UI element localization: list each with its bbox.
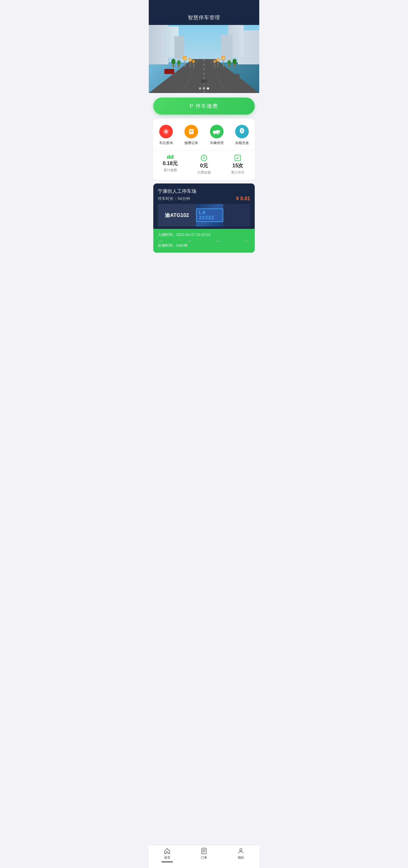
car-left — [164, 69, 174, 74]
stat-owed: ¥ 0元 欠费金额 — [187, 155, 221, 175]
wifi-pole-right-2: 📶 — [216, 58, 219, 67]
action-payment-records[interactable]: 缴费记录 — [179, 125, 204, 146]
svg-point-14 — [217, 133, 219, 135]
wifi-pole-right-1: 📶 — [221, 56, 225, 67]
parking-card-footer: 入场时间：2021-04-27 22:13:22 — — — — 出场时间：54… — [153, 229, 255, 253]
recharge-label: 余额充值 — [235, 141, 249, 146]
svg-rect-7 — [189, 129, 194, 134]
payment-records-icon — [188, 128, 195, 135]
banner-dots — [199, 87, 209, 90]
payment-button[interactable]: P 停车缴费 — [153, 97, 255, 115]
car-right — [232, 74, 239, 78]
app-header: 智慧停车管理 — [149, 0, 259, 25]
plate-image: LA 22222 — [196, 204, 223, 226]
vehicle-mgmt-label: 车辆管理 — [210, 141, 224, 146]
stat-parking-value: 15次 — [232, 162, 243, 169]
dot-3[interactable] — [207, 87, 209, 90]
parking-fee: ¥ 0.01 — [236, 196, 250, 202]
stat-cumulative-fee: 0.18元 累计缴费 — [153, 155, 187, 175]
vehicle-mgmt-icon — [213, 128, 221, 135]
dot-1[interactable] — [199, 87, 201, 90]
parking-duration-row: 停车时长：54分钟 ¥ 0.01 — [158, 196, 250, 202]
wifi-pole-left-3: 📶 — [192, 60, 195, 67]
payment-section: P 停车缴费 — [149, 93, 259, 119]
plate-number: 渝ATG102 — [158, 204, 196, 226]
svg-point-6 — [166, 131, 167, 132]
actions-grid: 车位查询 缴费记录 — [153, 125, 255, 150]
payment-records-label: 缴费记录 — [184, 141, 198, 146]
parking-card-header: 宁康街人工停车场 停车时长：54分钟 ¥ 0.01 — [153, 183, 255, 204]
parking-duration: 停车时长：54分钟 — [158, 196, 190, 202]
stat-fee-icon — [167, 155, 173, 159]
stat-fee-label: 累计缴费 — [164, 168, 177, 173]
svg-point-15 — [219, 132, 220, 133]
wifi-pole-left-2: 📶 — [189, 58, 192, 67]
spot-query-label: 车位查询 — [159, 141, 173, 146]
checkbox-icon — [236, 156, 240, 160]
exit-time-label: 出场时间： — [158, 243, 176, 248]
svg-text:¥: ¥ — [241, 129, 243, 132]
dot-2[interactable] — [203, 87, 205, 90]
stats-grid: 0.18元 累计缴费 ¥ 0元 欠费金额 15次 累计停车 — [153, 150, 255, 177]
stat-parking-label: 累计停车 — [231, 170, 244, 175]
spot-query-icon-wrap — [159, 125, 173, 138]
exit-time-value: 54分钟 — [176, 243, 188, 248]
plate-image-text: LA 22222 — [196, 209, 223, 222]
building-left-3 — [174, 36, 184, 59]
stat-parking-icon — [235, 155, 241, 161]
stat-fee-value: 0.18元 — [163, 160, 178, 167]
wifi-pole-right-3: 📶 — [213, 60, 216, 67]
stat-owed-value: 0元 — [200, 162, 208, 169]
payment-records-icon-wrap — [184, 125, 198, 138]
stat-owed-label: 欠费金额 — [197, 170, 211, 175]
car-center — [201, 80, 207, 83]
wifi-pole-left-1: 📶 — [183, 56, 187, 67]
entry-time-row: 入场时间：2021-04-27 22:13:22 — [158, 232, 250, 237]
spot-query-icon — [162, 128, 170, 135]
svg-point-13 — [214, 133, 215, 135]
recharge-icon-wrap: ¥ — [235, 125, 249, 138]
entry-time-label: 入场时间： — [158, 232, 176, 237]
stat-total-parking: 15次 累计停车 — [221, 155, 255, 175]
recharge-icon: ¥ — [238, 128, 246, 135]
action-vehicle-mgmt[interactable]: 车辆管理 — [204, 125, 230, 146]
action-recharge[interactable]: ¥ 余额充值 — [230, 125, 255, 146]
svg-rect-9 — [190, 131, 193, 131]
entry-time-value: 2021-04-27 22:13:22 — [176, 232, 210, 237]
parking-name: 宁康街人工停车场 — [158, 188, 250, 194]
stat-owed-icon: ¥ — [201, 155, 207, 161]
svg-rect-8 — [190, 130, 193, 131]
quick-actions-card: 车位查询 缴费记录 — [153, 119, 255, 180]
time-dashes: — — — — — [158, 239, 250, 243]
plate-empty — [223, 204, 250, 226]
svg-rect-10 — [190, 132, 192, 132]
vehicle-mgmt-icon-wrap — [210, 125, 224, 138]
action-spot-query[interactable]: 车位查询 — [153, 125, 179, 146]
banner-scene: 📶 📶 📶 📶 📶 📶 — [149, 25, 259, 93]
parking-card-body: 渝ATG102 LA 22222 — [158, 204, 250, 226]
app-title: 智慧停车管理 — [188, 15, 220, 21]
parking-card: 宁康街人工停车场 停车时长：54分钟 ¥ 0.01 渝ATG102 LA 222… — [153, 183, 255, 253]
exit-time-row: 出场时间：54分钟 — [158, 243, 250, 248]
banner: 📶 📶 📶 📶 📶 📶 — [149, 25, 259, 93]
